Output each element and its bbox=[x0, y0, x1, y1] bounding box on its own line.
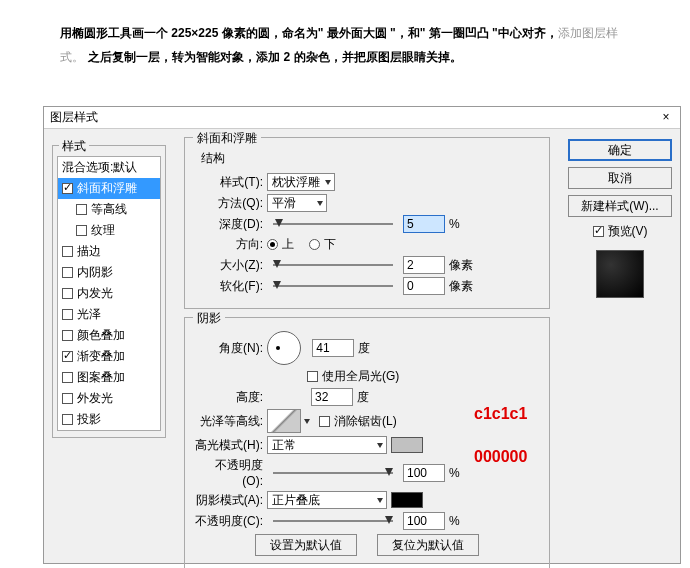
pattern-overlay-item[interactable]: 图案叠加 bbox=[58, 367, 160, 388]
preview-label: 预览(V) bbox=[608, 223, 648, 240]
angle-dial[interactable] bbox=[267, 331, 301, 365]
titlebar[interactable]: 图层样式 × bbox=[44, 107, 680, 129]
style-list: 混合选项:默认 斜面和浮雕 等高线 纹理 描边 内阴影 内发光 光泽 颜色叠加 … bbox=[57, 156, 161, 431]
depth-label: 深度(D): bbox=[195, 216, 263, 233]
checkbox-icon[interactable] bbox=[76, 225, 87, 236]
checkbox-icon[interactable] bbox=[62, 288, 73, 299]
texture-item[interactable]: 纹理 bbox=[58, 220, 160, 241]
direction-down-radio[interactable] bbox=[309, 239, 320, 250]
bevel-item[interactable]: 斜面和浮雕 bbox=[58, 178, 160, 199]
highlight-mode-select[interactable]: 正常 bbox=[267, 436, 387, 454]
bevel-legend: 斜面和浮雕 bbox=[193, 130, 261, 147]
highlight-opacity-input[interactable]: 100 bbox=[403, 464, 445, 482]
soften-slider[interactable] bbox=[273, 285, 393, 287]
antialias-checkbox[interactable] bbox=[319, 416, 330, 427]
close-icon[interactable]: × bbox=[658, 110, 674, 126]
layer-style-dialog: 图层样式 × 样式 混合选项:默认 斜面和浮雕 等高线 纹理 描边 内阴影 内发… bbox=[43, 106, 681, 564]
styles-panel: 样式 混合选项:默认 斜面和浮雕 等高线 纹理 描边 内阴影 内发光 光泽 颜色… bbox=[44, 129, 174, 563]
depth-slider[interactable] bbox=[273, 223, 393, 225]
size-label: 大小(Z): bbox=[195, 257, 263, 274]
soften-input[interactable]: 0 bbox=[403, 277, 445, 295]
shadow-color-swatch[interactable] bbox=[391, 492, 423, 508]
new-style-button[interactable]: 新建样式(W)... bbox=[568, 195, 672, 217]
preview-checkbox[interactable] bbox=[593, 226, 604, 237]
stroke-item[interactable]: 描边 bbox=[58, 241, 160, 262]
method-label: 方法(Q): bbox=[195, 195, 263, 212]
depth-input[interactable]: 5 bbox=[403, 215, 445, 233]
global-light-checkbox[interactable] bbox=[307, 371, 318, 382]
highlight-opacity-slider[interactable] bbox=[273, 472, 393, 474]
shadow-mode-label: 阴影模式(A): bbox=[195, 492, 263, 509]
gloss-label: 光泽等高线: bbox=[195, 413, 263, 430]
outer-glow-item[interactable]: 外发光 bbox=[58, 388, 160, 409]
shading-fieldset: 阴影 角度(N): 41度 使用全局光(G) 高度:32度 光泽等高线: 消除锯… bbox=[184, 317, 550, 568]
altitude-input[interactable]: 32 bbox=[311, 388, 353, 406]
checkbox-icon[interactable] bbox=[62, 309, 73, 320]
settings-panel: 斜面和浮雕 结构 样式(T):枕状浮雕 方法(Q):平滑 深度(D):5% 方向… bbox=[174, 129, 560, 563]
checkbox-icon[interactable] bbox=[62, 393, 73, 404]
cancel-button[interactable]: 取消 bbox=[568, 167, 672, 189]
direction-up-radio[interactable] bbox=[267, 239, 278, 250]
checkbox-icon[interactable] bbox=[62, 351, 73, 362]
highlight-color-swatch[interactable] bbox=[391, 437, 423, 453]
drop-shadow-item[interactable]: 投影 bbox=[58, 409, 160, 430]
checkbox-icon[interactable] bbox=[76, 204, 87, 215]
style-select[interactable]: 枕状浮雕 bbox=[267, 173, 335, 191]
shading-legend: 阴影 bbox=[193, 310, 225, 327]
highlight-mode-label: 高光模式(H): bbox=[195, 437, 263, 454]
checkbox-icon[interactable] bbox=[62, 246, 73, 257]
shadow-opacity-label: 不透明度(C): bbox=[195, 513, 263, 530]
shadow-opacity-slider[interactable] bbox=[273, 520, 393, 522]
preview-thumbnail bbox=[596, 250, 644, 298]
structure-label: 结构 bbox=[201, 150, 539, 167]
reset-default-button[interactable]: 复位为默认值 bbox=[377, 534, 479, 556]
direction-label: 方向: bbox=[195, 236, 263, 253]
gloss-contour-picker[interactable] bbox=[267, 409, 301, 433]
checkbox-icon[interactable] bbox=[62, 330, 73, 341]
blend-options-item[interactable]: 混合选项:默认 bbox=[58, 157, 160, 178]
checkbox-icon[interactable] bbox=[62, 414, 73, 425]
inner-glow-item[interactable]: 内发光 bbox=[58, 283, 160, 304]
color-overlay-item[interactable]: 颜色叠加 bbox=[58, 325, 160, 346]
grad-overlay-item[interactable]: 渐变叠加 bbox=[58, 346, 160, 367]
styles-label: 样式 bbox=[59, 138, 89, 155]
make-default-button[interactable]: 设置为默认值 bbox=[255, 534, 357, 556]
instruction-text: 用椭圆形工具画一个 225×225 像素的圆，命名为" 最外面大圆 "，和" 第… bbox=[0, 0, 690, 76]
style-label: 样式(T): bbox=[195, 174, 263, 191]
action-panel: 确定 取消 新建样式(W)... 预览(V) bbox=[560, 129, 680, 563]
bevel-fieldset: 斜面和浮雕 结构 样式(T):枕状浮雕 方法(Q):平滑 深度(D):5% 方向… bbox=[184, 137, 550, 309]
highlight-color-annotation: c1c1c1 bbox=[474, 405, 527, 423]
altitude-label: 高度: bbox=[195, 389, 263, 406]
checkbox-icon[interactable] bbox=[62, 183, 73, 194]
inner-shadow-item[interactable]: 内阴影 bbox=[58, 262, 160, 283]
soften-label: 软化(F): bbox=[195, 278, 263, 295]
ok-button[interactable]: 确定 bbox=[568, 139, 672, 161]
shadow-color-annotation: 000000 bbox=[474, 448, 527, 466]
dialog-title: 图层样式 bbox=[50, 109, 658, 126]
contour-item[interactable]: 等高线 bbox=[58, 199, 160, 220]
checkbox-icon[interactable] bbox=[62, 372, 73, 383]
satin-item[interactable]: 光泽 bbox=[58, 304, 160, 325]
size-slider[interactable] bbox=[273, 264, 393, 266]
method-select[interactable]: 平滑 bbox=[267, 194, 327, 212]
angle-label: 角度(N): bbox=[195, 340, 263, 357]
checkbox-icon[interactable] bbox=[62, 267, 73, 278]
shadow-opacity-input[interactable]: 100 bbox=[403, 512, 445, 530]
highlight-opacity-label: 不透明度(O): bbox=[195, 457, 263, 488]
angle-input[interactable]: 41 bbox=[312, 339, 354, 357]
size-input[interactable]: 2 bbox=[403, 256, 445, 274]
shadow-mode-select[interactable]: 正片叠底 bbox=[267, 491, 387, 509]
